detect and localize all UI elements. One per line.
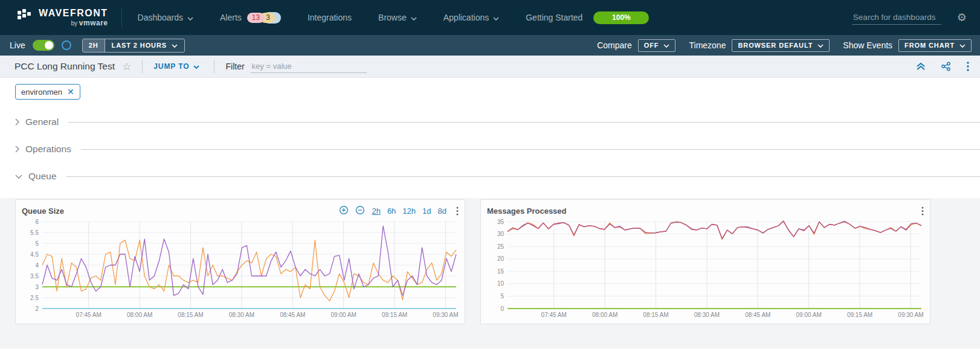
filter-input[interactable]: [251, 60, 367, 73]
svg-text:08:15 AM: 08:15 AM: [643, 312, 668, 318]
time-range-short[interactable]: 2H: [83, 39, 105, 52]
refresh-ring-icon[interactable]: [62, 40, 71, 50]
chart-card-queue-size: Queue Size 2h6h12h1d8d 22.533.544.555.56…: [15, 199, 465, 324]
filter-label: Filter: [225, 62, 244, 71]
time-range-label[interactable]: LAST 2 HOURS: [105, 39, 184, 52]
wavefront-logo[interactable]: WAVEFRONT by vmware: [17, 8, 108, 27]
filter-chip-label: environmen: [21, 88, 62, 97]
live-toggle[interactable]: [33, 40, 54, 51]
svg-text:6: 6: [35, 219, 39, 225]
svg-text:4.5: 4.5: [30, 251, 39, 258]
brand-subtitle: by vmware: [71, 19, 108, 27]
chart-range-controls: 2h6h12h1d8d: [339, 205, 446, 217]
svg-text:30: 30: [497, 231, 505, 237]
svg-text:08:00 AM: 08:00 AM: [127, 312, 152, 318]
range-2h[interactable]: 2h: [372, 207, 380, 216]
svg-text:25: 25: [497, 243, 505, 250]
show-events-label: Show Events: [843, 40, 892, 50]
range-6h[interactable]: 6h: [387, 207, 396, 216]
page-title: PCC Long Running Test: [15, 61, 115, 72]
search-input[interactable]: [852, 10, 941, 25]
svg-text:5: 5: [35, 240, 39, 247]
favorite-star-icon[interactable]: ☆: [122, 60, 131, 73]
svg-text:2: 2: [35, 306, 39, 312]
compare-select[interactable]: OFF: [638, 39, 676, 52]
jump-to-menu[interactable]: JUMP TO: [153, 62, 199, 71]
svg-text:2.5: 2.5: [30, 295, 39, 301]
svg-text:5.5: 5.5: [30, 229, 39, 236]
range-1d[interactable]: 1d: [422, 207, 431, 216]
compare-label: Compare: [597, 40, 632, 50]
chart-kebab-icon[interactable]: [456, 207, 459, 216]
chevron-down-icon: [663, 42, 669, 49]
timezone-label: Timezone: [689, 40, 726, 50]
chart-title: Messages Processed: [487, 207, 567, 216]
dashboard-bar: PCC Long Running Test ☆ JUMP TO Filter: [0, 56, 980, 78]
collapse-all-icon[interactable]: [916, 62, 926, 71]
svg-text:20: 20: [497, 255, 505, 262]
wavefront-grid-icon: [17, 8, 33, 27]
svg-text:07:45 AM: 07:45 AM: [541, 312, 567, 318]
section-general[interactable]: General: [0, 117, 980, 127]
svg-text:08:45 AM: 08:45 AM: [280, 312, 305, 318]
nav-browse[interactable]: Browse: [378, 13, 417, 22]
svg-text:09:00 AM: 09:00 AM: [796, 312, 822, 318]
zoom-out-icon[interactable]: [355, 205, 365, 217]
timezone-select[interactable]: BROWSER DEFAULT: [732, 39, 830, 52]
filter-chip[interactable]: environmen ✕: [15, 84, 80, 100]
svg-text:07:45 AM: 07:45 AM: [76, 312, 102, 318]
nav-integrations[interactable]: Integrations: [308, 13, 352, 22]
chevron-down-icon: [193, 62, 199, 71]
zoom-in-icon[interactable]: [339, 205, 349, 217]
messages-processed-chart[interactable]: 0510152025303507:45 AM08:00 AM08:15 AM08…: [487, 217, 924, 319]
section-queue[interactable]: Queue: [0, 171, 980, 182]
show-events-select[interactable]: FROM CHART: [898, 39, 972, 52]
chevron-down-icon: [959, 42, 965, 49]
chevron-right-icon: [15, 118, 19, 126]
range-12h[interactable]: 12h: [402, 207, 416, 216]
svg-text:3.5: 3.5: [30, 273, 39, 280]
svg-text:09:15 AM: 09:15 AM: [847, 312, 872, 318]
svg-text:4: 4: [35, 262, 39, 269]
nav-dashboards[interactable]: Dashboards: [138, 13, 194, 22]
nav-alerts[interactable]: Alerts 13 3: [220, 12, 281, 24]
nav-getting-started[interactable]: Getting Started: [526, 13, 582, 22]
chart-title: Queue Size: [22, 207, 64, 216]
chevron-down-icon: [187, 13, 193, 22]
gear-icon[interactable]: ⚙: [957, 11, 967, 24]
kebab-menu-icon[interactable]: [967, 62, 969, 71]
svg-text:08:30 AM: 08:30 AM: [694, 312, 720, 318]
chevron-down-icon: [172, 42, 178, 49]
chart-kebab-icon[interactable]: [921, 207, 924, 216]
nav-applications[interactable]: Applications: [443, 13, 500, 22]
brand-title: WAVEFRONT: [39, 8, 108, 19]
svg-text:08:45 AM: 08:45 AM: [745, 312, 770, 318]
queue-size-chart[interactable]: 22.533.544.555.5607:45 AM08:00 AM08:15 A…: [22, 217, 459, 319]
live-label: Live: [10, 40, 25, 50]
svg-text:15: 15: [497, 268, 505, 275]
svg-text:5: 5: [500, 293, 504, 299]
share-icon[interactable]: [941, 62, 951, 71]
section-operations[interactable]: Operations: [0, 144, 980, 155]
close-icon[interactable]: ✕: [67, 88, 74, 96]
svg-text:08:30 AM: 08:30 AM: [229, 312, 254, 318]
dashboard-sections: General Operations Queue: [0, 100, 980, 182]
getting-started-progress[interactable]: 100%: [593, 11, 649, 24]
time-range-picker[interactable]: 2H LAST 2 HOURS: [82, 39, 185, 53]
svg-text:09:30 AM: 09:30 AM: [898, 312, 923, 318]
time-bar: Live 2H LAST 2 HOURS Compare OFF Timezon…: [0, 35, 980, 56]
svg-text:09:30 AM: 09:30 AM: [433, 312, 458, 318]
toggle-knob: [45, 41, 53, 50]
chevron-right-icon: [15, 146, 19, 153]
top-nav: WAVEFRONT by vmware Dashboards Alerts 13…: [0, 0, 980, 35]
chevron-down-icon: [15, 174, 22, 179]
chevron-down-icon: [817, 42, 824, 49]
range-8d[interactable]: 8d: [438, 207, 446, 216]
chevron-down-icon: [493, 13, 499, 22]
svg-text:3: 3: [35, 284, 39, 290]
chevron-down-icon: [411, 13, 417, 22]
svg-text:08:00 AM: 08:00 AM: [592, 312, 617, 318]
alert-badge-severe[interactable]: 13: [247, 13, 265, 23]
svg-text:0: 0: [500, 306, 504, 312]
alert-badges: 13 3: [247, 12, 281, 24]
